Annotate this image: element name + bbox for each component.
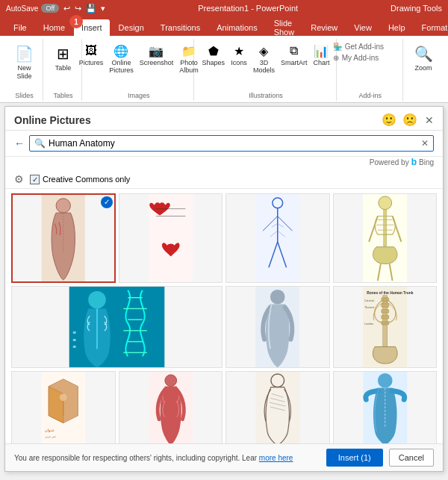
shapes-icon: ⬟ bbox=[205, 43, 222, 59]
svg-text:≡: ≡ bbox=[73, 337, 77, 343]
anatomy-svg-3 bbox=[226, 194, 329, 282]
shapes-button[interactable]: ⬟ Shapes bbox=[200, 42, 226, 92]
zoom-icon: 🔍 bbox=[413, 43, 434, 64]
svg-text:Cervical: Cervical bbox=[364, 299, 374, 302]
image-item-1[interactable] bbox=[11, 193, 116, 283]
image-item-2[interactable] bbox=[119, 193, 223, 283]
search-clear-button[interactable]: ✕ bbox=[421, 138, 429, 149]
tab-home[interactable]: Home bbox=[36, 19, 72, 36]
ribbon-group-addins: 🏪 Get Add-ins ⊕ My Add-ins Add-ins bbox=[338, 39, 404, 101]
anatomy-svg-10 bbox=[226, 372, 329, 443]
powered-by-label: Powered by bbox=[370, 158, 409, 166]
creative-commons-checkbox[interactable]: ✓ Creative Commons only bbox=[30, 175, 130, 184]
image-item-11[interactable] bbox=[333, 371, 438, 443]
smartart-button[interactable]: ⧉ SmartArt bbox=[279, 42, 309, 92]
image-item-7[interactable]: Bones of the Human Trunk Cervical Thorac bbox=[333, 286, 438, 368]
svg-text:نص عربي: نص عربي bbox=[45, 434, 56, 438]
images-items: 🖼 Pictures 🌐 Online Pictures 📷 Screensho… bbox=[78, 39, 200, 92]
online-pictures-button[interactable]: 🌐 Online Pictures bbox=[108, 42, 135, 75]
photo-album-icon: 📁 bbox=[181, 43, 197, 59]
filter-icon[interactable]: ⚙ bbox=[14, 173, 24, 185]
footer-copyright-text: You are responsible for respecting other… bbox=[14, 454, 326, 462]
table-button[interactable]: ⊞ Table bbox=[50, 42, 77, 74]
tab-transitions[interactable]: Transitions bbox=[153, 19, 208, 36]
sad-emoji[interactable]: 🙁 bbox=[402, 113, 417, 127]
tab-animations[interactable]: Animations bbox=[209, 19, 264, 36]
title-bar-left: AutoSave Off ↩ ↪ 💾 ▾ bbox=[6, 4, 105, 13]
search-input[interactable] bbox=[49, 138, 421, 149]
online-pictures-dialog: Online Pictures 🙂 🙁 ✕ ← 🔍 ✕ Powered by b… bbox=[4, 106, 444, 472]
get-addins-button[interactable]: 🏪 Get Add-ins bbox=[330, 42, 411, 52]
dialog-close-button[interactable]: ✕ bbox=[425, 114, 434, 126]
redo-icon[interactable]: ↪ bbox=[75, 4, 81, 13]
svg-rect-61 bbox=[255, 372, 299, 443]
tab-view[interactable]: View bbox=[346, 19, 379, 36]
image-item-10[interactable] bbox=[225, 371, 330, 443]
cancel-button[interactable]: Cancel bbox=[389, 449, 434, 467]
back-button[interactable]: ← bbox=[14, 137, 25, 149]
search-input-wrap: 🔍 ✕ bbox=[29, 135, 434, 152]
ribbon-group-illustrations: ⬟ Shapes ★ Icons ◈ 3D Models ⧉ SmartArt … bbox=[196, 39, 336, 101]
drawing-tools-label: Drawing Tools bbox=[391, 4, 442, 13]
images-grid: ≡ ≡ ≡ Bones of the Human T bbox=[5, 189, 443, 443]
image-item-3[interactable] bbox=[225, 193, 330, 283]
screenshot-button[interactable]: 📷 Screenshot bbox=[138, 42, 175, 67]
tab-review[interactable]: Review bbox=[303, 19, 345, 36]
undo-icon[interactable]: ↩ bbox=[63, 4, 70, 13]
icons-button[interactable]: ★ Icons bbox=[229, 42, 249, 92]
ribbon-tabs: File Home Insert 1 Design Transitions An… bbox=[0, 16, 448, 36]
emoji-reactions: 🙂 🙁 bbox=[382, 113, 417, 127]
customize-icon[interactable]: ▾ bbox=[101, 4, 105, 13]
3d-models-button[interactable]: ◈ 3D Models bbox=[252, 42, 276, 92]
copyright-message: You are responsible for respecting other… bbox=[14, 454, 257, 462]
svg-rect-27 bbox=[69, 287, 165, 367]
icons-label: Icons bbox=[231, 59, 247, 66]
tab-file[interactable]: File bbox=[6, 19, 34, 36]
svg-rect-44 bbox=[381, 298, 388, 302]
cc-label: Creative Commons only bbox=[43, 175, 130, 184]
svg-text:Bones of the Human Trunk: Bones of the Human Trunk bbox=[367, 291, 414, 295]
tab-insert[interactable]: Insert 1 bbox=[74, 19, 110, 36]
svg-point-40 bbox=[270, 290, 285, 305]
save-icon[interactable]: 💾 bbox=[86, 4, 96, 13]
ribbon-group-slides: 📄 New Slide Slides bbox=[6, 39, 43, 101]
happy-emoji[interactable]: 🙂 bbox=[382, 113, 396, 127]
zoom-button[interactable]: 🔍 Zoom bbox=[410, 42, 437, 74]
illustrations-group-label: Illustrations bbox=[200, 92, 331, 101]
autosave: AutoSave Off bbox=[6, 4, 59, 13]
online-pictures-icon: 🌐 bbox=[113, 43, 129, 59]
anatomy-svg-6 bbox=[226, 287, 329, 367]
new-slide-button[interactable]: 📄 New Slide bbox=[10, 42, 38, 82]
image-item-8[interactable]: عنوان نص عربي bbox=[11, 371, 116, 443]
tables-group-label: Tables bbox=[53, 92, 72, 101]
search-bar: ← 🔍 ✕ bbox=[5, 131, 443, 157]
tab-slideshow[interactable]: Slide Show bbox=[267, 19, 302, 36]
tab-help[interactable]: Help bbox=[381, 19, 413, 36]
tab-format[interactable]: Format bbox=[414, 19, 448, 36]
svg-rect-46 bbox=[381, 309, 388, 313]
svg-point-68 bbox=[377, 373, 392, 388]
get-addins-icon: 🏪 bbox=[333, 43, 342, 51]
smartart-icon: ⧉ bbox=[286, 43, 302, 59]
insert-button[interactable]: Insert (1) bbox=[326, 449, 383, 467]
image-item-9[interactable] bbox=[119, 371, 223, 443]
dialog-header: Online Pictures 🙂 🙁 ✕ bbox=[5, 107, 443, 131]
addins-section: 🏪 Get Add-ins ⊕ My Add-ins bbox=[326, 39, 415, 66]
image-item-5[interactable]: ≡ ≡ ≡ bbox=[11, 286, 223, 368]
image-item-4[interactable] bbox=[333, 193, 438, 283]
addins-group-label: Add-ins bbox=[358, 92, 382, 101]
get-addins-label: Get Add-ins bbox=[345, 43, 384, 51]
tab-design[interactable]: Design bbox=[111, 19, 152, 36]
svg-point-18 bbox=[378, 196, 391, 210]
learn-more-link[interactable]: more here bbox=[259, 454, 293, 462]
image-item-6[interactable] bbox=[225, 286, 330, 368]
title-bar-title: Presentation1 - PowerPoint bbox=[198, 4, 298, 13]
svg-text:≡: ≡ bbox=[73, 329, 77, 336]
my-addins-button[interactable]: ⊕ My Add-ins bbox=[330, 53, 411, 63]
anatomy-svg-1 bbox=[13, 195, 114, 281]
autosave-toggle[interactable]: Off bbox=[41, 4, 59, 13]
pictures-button[interactable]: 🖼 Pictures bbox=[78, 42, 105, 67]
dialog-footer: You are responsible for respecting other… bbox=[5, 443, 443, 471]
svg-point-55 bbox=[60, 393, 67, 401]
svg-rect-47 bbox=[381, 315, 388, 319]
